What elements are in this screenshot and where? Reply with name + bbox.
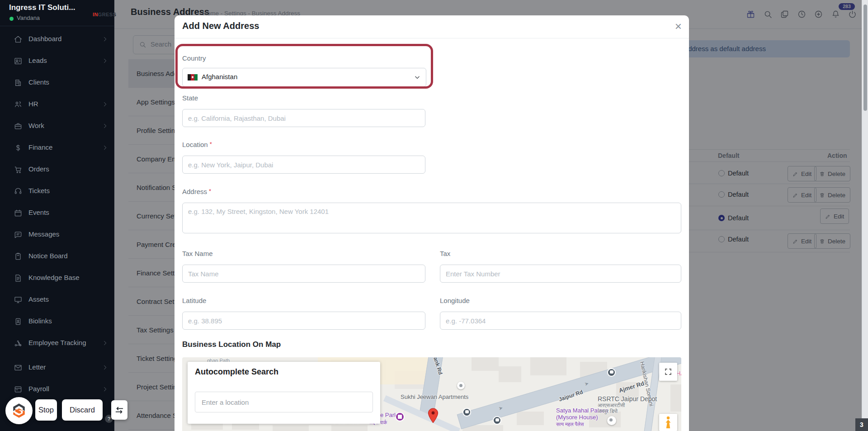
sidebar-item-label: Biolinks bbox=[28, 317, 52, 325]
transit-station-icon bbox=[493, 416, 501, 425]
required-asterisk: * bbox=[210, 141, 212, 147]
sidebar-item-label: Assets bbox=[28, 295, 49, 303]
brand-title: Ingress IT Soluti... bbox=[9, 3, 75, 12]
sidebar-item-label: HR bbox=[28, 100, 38, 108]
sidebar-item-messages[interactable]: Messages bbox=[0, 224, 114, 246]
sidebar-item-label: Finance bbox=[28, 143, 52, 151]
headset-icon bbox=[14, 187, 23, 196]
map-label-satya-2: (Mysore House) bbox=[556, 414, 598, 421]
sidebar-item-events[interactable]: Events bbox=[0, 202, 114, 224]
sidebar-item-label: Payroll bbox=[28, 385, 49, 393]
scrollbar-thumb[interactable] bbox=[863, 5, 867, 111]
afghanistan-flag-icon bbox=[188, 74, 198, 81]
longitude-label: Longitude bbox=[440, 297, 470, 304]
map-label-satya-hindi: सत्य महल पैलेस bbox=[556, 422, 584, 427]
autocomplete-card: Autocomplete Search bbox=[188, 362, 380, 424]
state-input[interactable] bbox=[182, 109, 425, 127]
clipboard-icon bbox=[14, 252, 23, 261]
sidebar-item-clients[interactable]: Clients bbox=[0, 72, 114, 94]
tax-number-input[interactable] bbox=[440, 265, 681, 283]
chat-icon bbox=[14, 230, 23, 239]
sidebar: Ingress IT Soluti... INGRESS Vandana Das… bbox=[0, 0, 114, 431]
science-park-poi-icon bbox=[395, 412, 405, 422]
payroll-icon bbox=[14, 385, 23, 394]
sidebar-item-label: Orders bbox=[28, 165, 49, 173]
location-label: Location* bbox=[182, 141, 212, 148]
country-value: Afghanistan bbox=[202, 73, 237, 81]
sidebar-item-employee-tracking[interactable]: Employee Tracking bbox=[0, 332, 114, 354]
sidebar-item-biolinks[interactable]: Biolinks bbox=[0, 311, 114, 332]
online-status-dot bbox=[9, 17, 14, 21]
discard-button[interactable]: Discard bbox=[62, 399, 103, 421]
app-root: Ingress IT Soluti... INGRESS Vandana Das… bbox=[0, 0, 868, 431]
modal-title: Add New Address bbox=[182, 21, 259, 31]
sidebar-item-letter[interactable]: Letter bbox=[0, 357, 114, 379]
sidebar-item-dashboard[interactable]: Dashboard bbox=[0, 28, 114, 50]
calendar-icon bbox=[14, 208, 23, 218]
briefcase-icon bbox=[14, 122, 23, 131]
id-card-icon bbox=[14, 317, 23, 326]
business-location-map[interactable]: Jaipur Rd Ajmer Rd ank Rd Harikishan Som… bbox=[182, 357, 681, 431]
map-label-rsrtc-hindi-2: जयपुर डिपो bbox=[598, 408, 618, 414]
sidebar-item-work[interactable]: Work bbox=[0, 115, 114, 137]
person-card-icon bbox=[14, 57, 23, 66]
sidebar-item-label: Knowledge Base bbox=[28, 274, 80, 281]
sidebar-item-finance[interactable]: Finance bbox=[0, 137, 114, 159]
longitude-input[interactable] bbox=[440, 312, 681, 330]
map-section-heading: Business Location On Map bbox=[182, 340, 281, 349]
people-icon bbox=[14, 100, 23, 109]
sidebar-item-label: Employee Tracking bbox=[28, 339, 86, 346]
sidebar-item-assets[interactable]: Assets bbox=[0, 289, 114, 311]
tax-name-label: Tax Name bbox=[182, 250, 213, 257]
autocomplete-title: Autocomplete Search bbox=[195, 367, 278, 377]
map-fullscreen-button[interactable] bbox=[659, 363, 677, 381]
sidebar-item-tickets[interactable]: Tickets bbox=[0, 180, 114, 202]
chevron-right-icon bbox=[102, 145, 108, 151]
dollar-icon bbox=[14, 143, 23, 152]
map-pegman-button[interactable] bbox=[659, 414, 677, 431]
state-label: State bbox=[182, 94, 198, 102]
sidebar-item-label: Notice Board bbox=[28, 252, 68, 260]
brand-logo: INGRESS bbox=[93, 12, 116, 17]
country-select[interactable]: Afghanistan bbox=[182, 68, 426, 87]
swap-arrows-button[interactable] bbox=[111, 400, 127, 420]
add-address-modal: Add New Address × Country Afghanistan St… bbox=[175, 15, 689, 431]
sidebar-divider bbox=[0, 26, 114, 26]
autocomplete-location-input[interactable] bbox=[195, 392, 373, 412]
location-input[interactable] bbox=[182, 156, 425, 174]
chevron-right-icon bbox=[102, 36, 108, 42]
home-icon bbox=[14, 35, 23, 44]
sidebar-item-knowledge-base[interactable]: Knowledge Base bbox=[0, 267, 114, 289]
sidebar-item-label: Leads bbox=[28, 57, 47, 64]
sidebar-item-hr[interactable]: HR bbox=[0, 94, 114, 115]
sidebar-item-label: Clients bbox=[28, 78, 49, 86]
latitude-input[interactable] bbox=[182, 312, 425, 330]
tax-name-input[interactable] bbox=[182, 265, 425, 283]
chevron-right-icon bbox=[102, 101, 108, 107]
corner-count-badge: 3 bbox=[855, 418, 868, 431]
map-label-apartments: Sukhi Jeewan Apartments bbox=[401, 393, 468, 400]
sidebar-item-label: Work bbox=[28, 122, 44, 129]
stop-button[interactable]: Stop bbox=[35, 399, 57, 421]
page-scrollbar[interactable] bbox=[862, 0, 868, 431]
swap-arrows-icon bbox=[114, 405, 124, 415]
map-label-rsrtc: RSRTC Jaipur Depot bbox=[598, 395, 657, 403]
chevron-down-icon bbox=[414, 74, 420, 81]
transit-station-icon bbox=[607, 368, 616, 377]
tracking-icon bbox=[14, 339, 23, 348]
cart-icon bbox=[14, 165, 23, 174]
chevron-right-icon bbox=[102, 386, 108, 392]
sidebar-item-orders[interactable]: Orders bbox=[0, 159, 114, 180]
chevron-right-icon bbox=[102, 58, 108, 64]
hexagon-logo-icon bbox=[11, 403, 27, 419]
chevron-right-icon bbox=[102, 365, 108, 370]
close-icon[interactable]: × bbox=[675, 18, 682, 34]
document-icon bbox=[14, 274, 23, 283]
sidebar-item-label: Tickets bbox=[28, 187, 50, 194]
automation-logo-button[interactable] bbox=[5, 397, 33, 424]
sidebar-item-label: Events bbox=[28, 208, 49, 216]
sidebar-item-notice-board[interactable]: Notice Board bbox=[0, 246, 114, 267]
sidebar-item-leads[interactable]: Leads bbox=[0, 50, 114, 72]
envelope-icon bbox=[14, 363, 23, 372]
address-textarea[interactable] bbox=[182, 203, 681, 233]
